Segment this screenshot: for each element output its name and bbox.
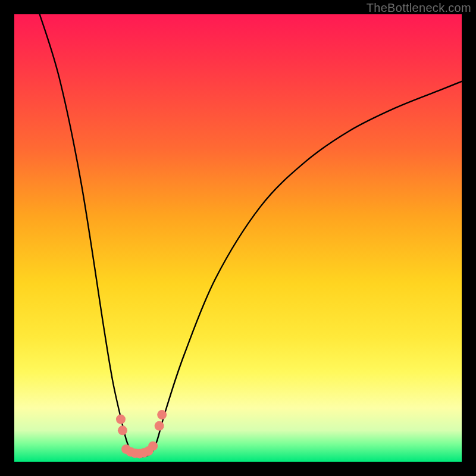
plot-area bbox=[14, 14, 462, 462]
chart-svg bbox=[14, 14, 462, 462]
marker-dot bbox=[118, 425, 127, 435]
watermark-text: TheBottleneck.com bbox=[367, 1, 471, 15]
marker-dot bbox=[155, 421, 164, 431]
chart-stage: TheBottleneck.com bbox=[0, 0, 476, 476]
marker-dot bbox=[116, 415, 126, 424]
curve-group bbox=[37, 5, 462, 456]
marker-dot bbox=[157, 410, 167, 419]
marker-dot bbox=[148, 441, 158, 451]
bottleneck-curve bbox=[37, 5, 462, 456]
